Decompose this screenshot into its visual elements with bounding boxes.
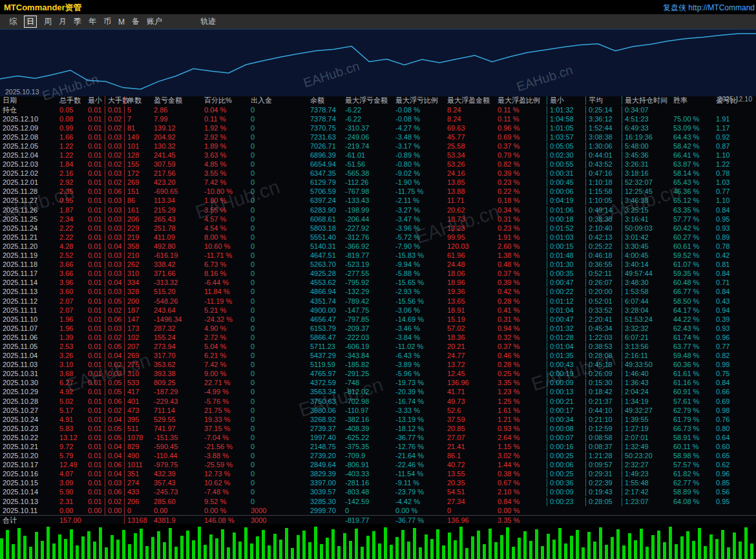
table-row[interactable]: 2025.11.101.960.010.06147-1496.34-24.32 … (0, 315, 756, 324)
cell: 741.97 (151, 425, 202, 433)
table-row[interactable]: 2025.10.219.720.010.04829-590.45-21.56 %… (0, 442, 756, 451)
table-row[interactable]: 2025.10.1712.490.010.061011-979.75-25.59… (0, 461, 756, 470)
titlebar-link[interactable]: 复盘侠 http://MTCommand (663, 3, 755, 14)
cell: 0 (248, 306, 308, 315)
menu-item-备[interactable]: 备 (132, 16, 140, 27)
table-row[interactable]: 2025.11.043.260.010.04269317.706.21 %054… (0, 352, 756, 361)
table-row[interactable]: 2025.10.205.790.010.04490-110.44-3.88 %0… (0, 452, 756, 461)
cell: 53.26 (445, 160, 495, 169)
cell: 8.24 (445, 115, 495, 123)
menu-item-账户[interactable]: 账户 (147, 16, 162, 27)
table-row[interactable]: 2025.10.275.170.010.02473711.1421.75 %03… (0, 406, 756, 415)
cell: 0:12:59 (585, 425, 622, 433)
volume-bar (407, 542, 410, 559)
table-row[interactable]: 2025.11.033.100.010.02275353.627.42 %051… (0, 361, 756, 370)
cell: 241.45 (151, 151, 202, 160)
cell: 1.92 % (202, 124, 248, 132)
table-row[interactable]: 2025.10.110.000.000.0000.000.00 %3000299… (0, 506, 756, 515)
table-row[interactable]: 2025.12.041.220.010.02128241.453.63 %068… (0, 151, 756, 160)
table-row[interactable]: 2025.10.313.680.010.03310393.389.00 %047… (0, 370, 756, 379)
cell: 0:28:08 (585, 352, 622, 360)
table-row[interactable]: 2025.11.133.600.010.03328515.2011.84 %04… (0, 288, 756, 297)
table-row[interactable]: 2025.10.285.020.010.06401-229.43-5.76 %0… (0, 397, 756, 406)
volume-bar (221, 529, 224, 559)
menu-item-M[interactable]: M (118, 17, 125, 26)
cell: -3.88 % (202, 452, 248, 460)
table-row[interactable]: 2025.10.153.090.010.03274357.4310.62 %03… (0, 479, 756, 488)
cell: 18.73 (445, 215, 495, 224)
table-row[interactable]: 2025.11.061.390.010.02102155.242.72 %058… (0, 333, 756, 342)
cell: 6:07:21 (622, 333, 671, 342)
table-row[interactable]: 2025.12.051.220.010.03101130.321.89 %070… (0, 142, 756, 151)
table-row[interactable]: 2025.10.294.920.010.05417-187.29-4.99 %0… (0, 388, 756, 397)
cell: 0.84 (713, 379, 756, 387)
cell: 0.04 (105, 416, 124, 424)
table-row[interactable]: 2025.11.252.340.010.03206265.434.57 %060… (0, 215, 756, 224)
table-row[interactable]: 2025.12.031.840.010.02155307.594.85 %066… (0, 160, 756, 169)
cell: 2025.10.20 (0, 452, 57, 460)
table-row[interactable]: 2025.10.132.310.010.02206285.609.52 %032… (0, 497, 756, 506)
table-row[interactable]: 2025.10.235.830.010.05511741.9737.15 %02… (0, 424, 756, 433)
menu-item-轨迹[interactable]: 轨迹 (200, 16, 216, 27)
table-row[interactable]: 2025.10.164.070.010.04351432.3912.73 %03… (0, 470, 756, 479)
cell: 0.96 % (495, 124, 547, 132)
cell: 0.01 (85, 379, 105, 387)
cell: 1:49:23 (622, 470, 671, 478)
table-row[interactable]: 2025.11.173.660.010.03310371.668.16 %049… (0, 269, 756, 279)
cell: 2025.12.02 (0, 169, 57, 178)
cell: 0.82 (713, 352, 756, 360)
menu-item-季[interactable]: 季 (74, 16, 81, 27)
table-row[interactable]: 2025.11.261.870.010.03161215.293.55 %062… (0, 206, 756, 215)
cell: 2.07 (57, 297, 85, 306)
menu-item-日[interactable]: 日 (24, 16, 37, 28)
cell: 0:00:43 (547, 361, 585, 369)
table-row[interactable]: 2025.11.183.660.010.03262338.426.73 %052… (0, 260, 756, 269)
cell: 8.00 % (202, 233, 248, 242)
cell: -10.80 % (202, 187, 248, 196)
cell: 9.72 (57, 443, 85, 451)
table-row[interactable]: 2025.11.242.220.010.03229251.784.54 %058… (0, 224, 756, 233)
table-row[interactable]: 2025.11.212.220.010.03219411.098.00 %055… (0, 233, 756, 242)
table-row[interactable]: 2025.10.306.270.010.05533809.2522.71 %04… (0, 379, 756, 388)
menu-item-周[interactable]: 周 (44, 16, 52, 27)
volume-bar (268, 545, 271, 559)
table-row[interactable]: 2025.12.012.920.010.02269423.207.42 %061… (0, 178, 756, 187)
cell: -291.25 (342, 370, 393, 378)
cell: 2025.10.15 (0, 479, 57, 487)
volume-bar (454, 540, 457, 559)
menu-item-月[interactable]: 月 (59, 16, 67, 27)
table-row[interactable]: 2025.12.100.080.010.0277.990.11 %07378.7… (0, 114, 756, 123)
table-row[interactable]: 2025.11.143.960.010.04334-313.32-6.44 %0… (0, 279, 756, 288)
table-row[interactable]: 2025.10.145.900.010.06433-245.73-7.48 %0… (0, 488, 756, 497)
table-row[interactable]: 2025.12.090.990.010.0281139.121.92 %0737… (0, 123, 756, 132)
cell: 5263.70 (308, 260, 342, 269)
cell: 490 (124, 452, 151, 460)
table-row[interactable]: 2025.11.122.070.010.05200-548.26-11.19 %… (0, 297, 756, 306)
table-row[interactable]: 持仓0.050.010.0152.860.04 %07378.74-6.22-0… (0, 105, 756, 114)
cell: 4351.74 (308, 297, 342, 306)
table-row[interactable]: 2025.11.112.070.010.02187243.645.21 %049… (0, 306, 756, 315)
menu-item-综[interactable]: 综 (9, 16, 17, 27)
table-row[interactable]: 2025.11.192.520.010.03210-616.19-11.71 %… (0, 251, 756, 260)
table-row[interactable]: 2025.12.022.160.010.03172217.563.55 %063… (0, 169, 756, 178)
table-row[interactable]: 2025.10.2213.120.010.051078-151.35-7.04 … (0, 433, 756, 442)
menu-item-币[interactable]: 币 (103, 16, 111, 27)
table-row[interactable]: 2025.11.270.950.010.0386113.341.80 %0639… (0, 196, 756, 206)
cell: 0 (248, 315, 308, 324)
volume-bar (157, 531, 160, 559)
cell: -0.08 % (393, 106, 445, 114)
menu-item-年[interactable]: 年 (89, 16, 96, 27)
cell: 37.15 % (202, 425, 248, 433)
table-row[interactable]: 2025.11.071.960.010.03173287.324.90 %061… (0, 324, 756, 333)
cell: 0.01 (85, 169, 105, 178)
table-row[interactable]: 2025.10.244.910.010.04395529.5519.33 %03… (0, 415, 756, 424)
cell: 0.56 (713, 488, 756, 496)
table-row[interactable]: 2025.11.282.350.010.06151-690.65-10.80 %… (0, 187, 756, 196)
cell: 1:10:18 (585, 178, 622, 187)
cell: 0:47:16 (585, 169, 622, 178)
app-title: MTCommander资管 (4, 2, 82, 14)
table-row[interactable]: 2025.11.204.280.010.04358492.8010.60 %05… (0, 242, 756, 251)
table-row[interactable]: 2025.12.081.660.010.03149204.922.92 %072… (0, 132, 756, 142)
table-row[interactable]: 2025.11.052.530.010.05207273.945.04 %057… (0, 342, 756, 351)
cell: 0.03 (105, 133, 124, 142)
